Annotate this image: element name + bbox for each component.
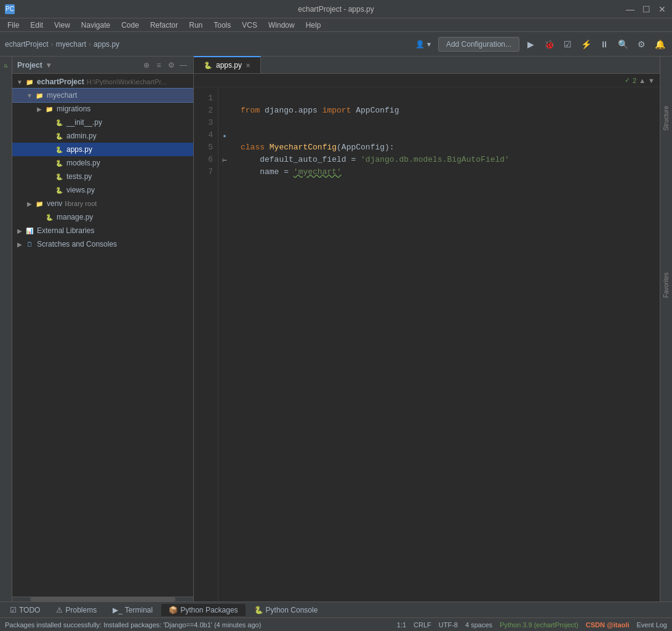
tree-label-admin: admin.py [66,132,97,140]
tree-item-views[interactable]: ▶ 🐍 views.py [12,183,193,197]
coverage-button[interactable]: ☑ [560,37,575,52]
tree-arrow-ext-libs: ▶ [15,228,25,234]
tree-item-venv[interactable]: ▶ 📁 venv library root [12,197,193,210]
tree-item-scratches[interactable]: ▶ 🗒 Scratches and Consoles [12,237,193,251]
tab-python-packages[interactable]: 📦 Python Packages [161,604,245,616]
statusbar: Packages installed successfully: Install… [0,617,672,631]
close-button[interactable]: ✕ [657,4,667,14]
add-configuration-button[interactable]: Add Configuration... [438,37,519,52]
gutter-7 [218,166,231,178]
tree-scrollbar[interactable] [12,597,193,601]
debug-button[interactable]: 🐞 [542,37,556,52]
menu-refactor[interactable]: Refactor [145,20,183,31]
maximize-button[interactable]: ☐ [641,4,651,14]
tree-item-init[interactable]: ▶ 🐍 __init__.py [12,116,193,129]
notifications-button[interactable]: 🔔 [652,37,667,52]
gutter-5 [218,141,231,154]
favorites-label[interactable]: Favorites [663,272,670,298]
tab-python-console[interactable]: 🐍 Python Console [247,604,326,616]
user-icon-button[interactable]: 👤 ▾ [412,38,434,50]
tree-label-tests: tests.py [66,172,92,181]
search-button[interactable]: 🔍 [615,37,630,52]
editor-area: 🐍 apps.py ✕ ✓ 2 ▲ ▼ 1 2 3 4 5 6 [194,57,660,601]
py-icon-models: 🐍 [54,159,64,167]
settings-button[interactable]: ⚙ [634,37,649,52]
menu-edit[interactable]: Edit [25,20,48,31]
folder-icon-venv: 📁 [34,199,44,208]
editor-tab-apps[interactable]: 🐍 apps.py ✕ [194,56,261,73]
tree-item-tests[interactable]: ▶ 🐍 tests.py [12,170,193,183]
profile-button[interactable]: ⚡ [578,37,593,52]
tree-item-models[interactable]: ▶ 🐍 models.py [12,156,193,170]
tab-problems[interactable]: ⚠ Problems [49,604,104,616]
tree-label-venv-type: library root [65,200,97,207]
tree-item-manage[interactable]: ▶ 🐍 manage.py [12,210,193,224]
menu-window[interactable]: Window [263,20,300,31]
check-icon: ✓ [625,76,630,84]
tab-close-apps[interactable]: ✕ [246,62,250,69]
tree-arrow-root: ▼ [15,79,25,85]
tree-item-migrations[interactable]: ▶ 📁 migrations [12,102,193,116]
breadcrumb-apps[interactable]: apps.py [94,40,119,49]
project-panel-icon[interactable]: P [1,60,12,71]
menu-vcs[interactable]: VCS [237,20,262,31]
status-event-log[interactable]: Event Log [636,621,667,629]
tab-terminal[interactable]: ▶_ Terminal [105,604,160,616]
editor-tabs: 🐍 apps.py ✕ [194,57,660,74]
gutter-3 [218,117,231,129]
menu-tools[interactable]: Tools [209,20,236,31]
project-label: Project [17,61,42,69]
menu-code[interactable]: Code [116,20,144,31]
tree-label-venv: venv [47,199,62,208]
menu-file[interactable]: File [2,20,24,31]
menu-help[interactable]: Help [301,20,326,31]
structure-label[interactable]: Structure [663,106,670,131]
status-brand: CSDN @itaoli [586,621,630,629]
tree-item-apps[interactable]: ▶ 🐍 apps.py [12,143,193,156]
tree-arrow-migrations: ▶ [34,106,44,113]
todo-icon: ☑ [10,606,17,614]
status-encoding[interactable]: UTF-8 [439,621,458,629]
menu-view[interactable]: View [49,20,75,31]
menu-navigate[interactable]: Navigate [76,20,115,31]
py-icon-tests: 🐍 [54,172,64,181]
project-hide-icon[interactable]: — [178,60,188,70]
python-console-icon: 🐍 [254,606,263,614]
pause-button[interactable]: ⏸ [597,37,612,52]
breadcrumb-sep1: › [51,40,54,49]
py-icon-init: 🐍 [54,118,64,127]
main-layout: P Project ▾ ⊕ ≡ ⚙ — ▼ 📁 echartProject H:… [0,57,672,601]
line-num-1: 1 [194,92,213,105]
toolbar: echartProject › myechart › apps.py 👤 ▾ A… [0,32,672,57]
line-num-6: 6 [194,154,213,166]
tab-todo[interactable]: ☑ TODO [2,604,47,616]
dropdown-arrow-icon: ▾ [427,40,431,49]
app-icon: PC [5,4,15,14]
code-editor[interactable]: from django.apps import AppConfig class … [231,87,660,601]
project-settings-icon[interactable]: ⚙ [166,60,176,70]
menu-run[interactable]: Run [184,20,207,31]
py-icon-manage: 🐍 [44,213,54,221]
chevron-down-icon2[interactable]: ▼ [648,77,655,84]
status-python[interactable]: Python 3.9 (echartProject) [500,621,578,629]
tree-item-ext-libs[interactable]: ▶ 📊 External Libraries [12,224,193,237]
status-crlf[interactable]: CRLF [414,621,431,629]
breadcrumb-project[interactable]: echartProject [5,40,49,49]
run-button[interactable]: ▶ [523,37,538,52]
tree-item-root[interactable]: ▼ 📁 echartProject H:\Python\Work\echartP… [12,75,193,89]
status-indent[interactable]: 4 spaces [465,621,492,629]
folder-icon-migrations: 📁 [44,105,54,113]
project-scope-icon[interactable]: ⊕ [142,60,151,70]
project-collapse-icon[interactable]: ≡ [154,60,164,70]
project-dropdown-icon[interactable]: ▾ [47,61,50,69]
tree-item-admin[interactable]: ▶ 🐍 admin.py [12,129,193,143]
tab-python-console-label: Python Console [266,606,318,614]
status-position[interactable]: 1:1 [397,621,406,629]
breadcrumb-myechart[interactable]: myechart [56,40,86,49]
chevron-up-icon[interactable]: ▲ [639,77,646,84]
minimize-button[interactable]: — [625,4,635,14]
line-num-7: 7 [194,166,213,178]
tree-label-echart: echartProject [37,77,84,86]
tree-item-myechart[interactable]: ▼ 📁 myechart [12,89,193,102]
tree-label-models: models.py [66,159,100,167]
